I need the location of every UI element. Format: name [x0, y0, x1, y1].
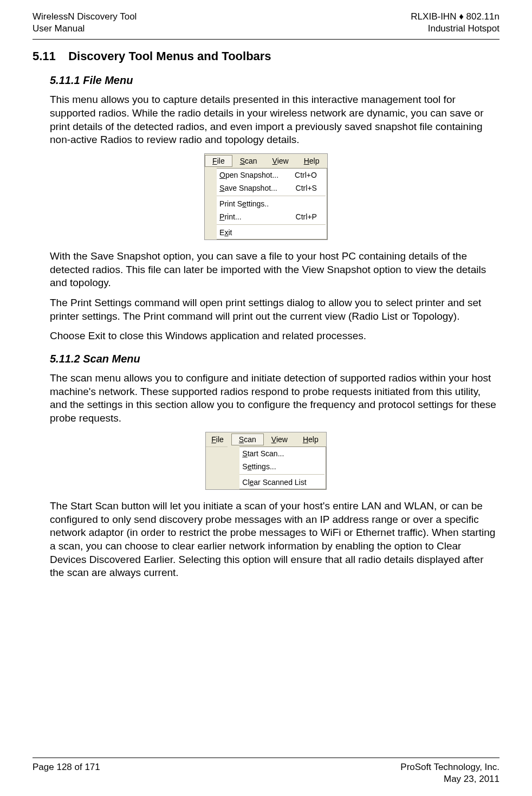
- menu-help[interactable]: Help: [296, 155, 327, 167]
- menu-item-scan-settings[interactable]: Settings...: [228, 460, 325, 473]
- dropdown-icon-strip: [228, 446, 239, 489]
- paragraph: The Print Settings command will open pri…: [50, 296, 499, 323]
- file-menu-figure: File Scan View Help Open Snapshot... Ctr…: [33, 153, 499, 240]
- header-right-1: RLXIB-IHN ♦ 802.11n: [411, 11, 499, 23]
- menu-help[interactable]: Help: [295, 433, 326, 445]
- shortcut-open: Ctrl+O: [295, 171, 317, 179]
- menu-file[interactable]: File: [206, 433, 231, 445]
- paragraph: With the Save Snapshot option, you can s…: [50, 250, 499, 290]
- file-dropdown: Open Snapshot... Ctrl+O Save Snapshot...…: [205, 168, 327, 240]
- footer-page-number: Page 128 of 171: [33, 761, 100, 785]
- paragraph: Choose Exit to close this Windows applic…: [50, 329, 499, 343]
- paragraph: The scan menu allows you to configure an…: [50, 372, 499, 425]
- dropdown-icon-strip: [205, 168, 217, 240]
- menu-view[interactable]: View: [264, 433, 295, 445]
- section-heading: 5.11 Discovery Tool Menus and Toolbars: [33, 49, 499, 63]
- section-number: 5.11: [33, 49, 65, 63]
- page-footer: Page 128 of 171 ProSoft Technology, Inc.…: [33, 758, 499, 785]
- menu-separator: [206, 196, 326, 196]
- menu-item-clear-scanned[interactable]: Clear Scanned List: [228, 476, 325, 489]
- menu-item-save-snapshot[interactable]: Save Snapshot... Ctrl+S: [205, 182, 327, 195]
- header-right-2: Industrial Hotspot: [411, 23, 499, 35]
- sub-heading-scan-menu: 5.11.2 Scan Menu: [50, 353, 499, 365]
- header-left-1: WirelessN Discovery Tool: [33, 11, 137, 23]
- menu-item-open-snapshot[interactable]: Open Snapshot... Ctrl+O: [205, 169, 327, 182]
- menu-item-print[interactable]: Print... Ctrl+P: [205, 210, 327, 223]
- shortcut-print: Ctrl+P: [296, 212, 317, 221]
- menu-scan[interactable]: Scan: [231, 433, 264, 445]
- page-header: WirelessN Discovery Tool User Manual RLX…: [33, 11, 499, 40]
- menu-item-start-scan[interactable]: Start Scan...: [228, 447, 325, 460]
- sub-heading-file-menu: 5.11.1 File Menu: [50, 74, 499, 87]
- menubar: File Scan View Help Open Snapshot... Ctr…: [204, 153, 328, 240]
- scan-menu-figure: File Scan View Help Start Scan... Settin…: [33, 432, 499, 490]
- menu-file[interactable]: File: [205, 155, 232, 167]
- shortcut-save: Ctrl+S: [296, 184, 317, 192]
- menu-item-exit[interactable]: Exit: [205, 226, 327, 239]
- menu-separator: [206, 224, 326, 225]
- menu-scan[interactable]: Scan: [232, 155, 265, 167]
- menu-view[interactable]: View: [265, 155, 296, 167]
- header-left-2: User Manual: [33, 23, 137, 35]
- scan-dropdown: Start Scan... Settings... Clear Scanned …: [228, 446, 326, 489]
- paragraph: The Start Scan button will let you initi…: [50, 500, 499, 580]
- footer-company: ProSoft Technology, Inc.: [400, 761, 499, 773]
- menu-item-print-settings[interactable]: Print Settings..: [205, 197, 327, 210]
- footer-date: May 23, 2011: [400, 773, 499, 785]
- menu-separator: [229, 474, 324, 475]
- paragraph: This menu allows you to capture details …: [50, 93, 499, 147]
- menubar: File Scan View Help Start Scan... Settin…: [205, 432, 326, 490]
- section-title: Discovery Tool Menus and Toolbars: [68, 49, 271, 63]
